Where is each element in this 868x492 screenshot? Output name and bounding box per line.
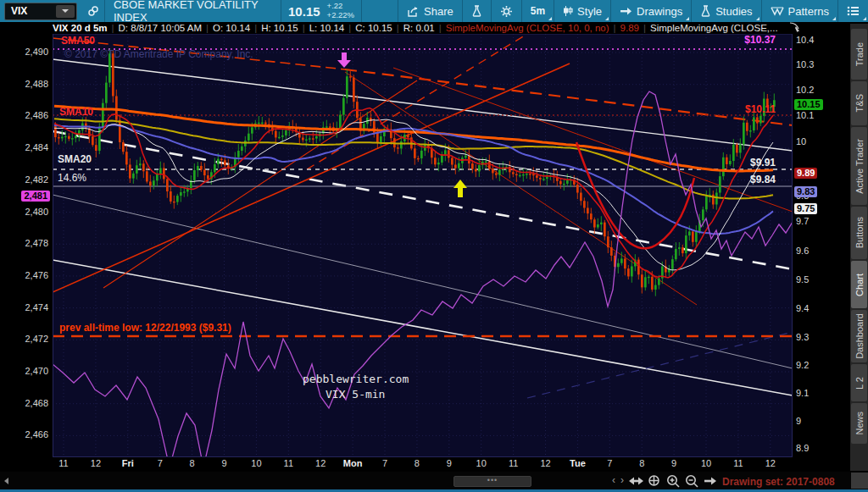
left-price-axis[interactable]: 2,4902,4882,4862,4842,4822,4802,4782,476… [0,34,53,472]
double-arrow-icon[interactable] [629,474,643,489]
time-axis-label: 7 [370,458,400,468]
header-open: O: 10.14 [209,23,254,33]
right-axis-badge: 9.75 [794,203,817,214]
list-menu-button[interactable] [838,0,868,22]
left-axis-tick: 2,486 [25,110,48,120]
left-axis-tick: 2,468 [25,398,48,408]
toolbar: VIX CBOE MARKET VOLATILITY INDEX 10.15 +… [0,0,868,22]
header-high: H: 10.15 [257,23,302,33]
left-axis-tick: 2,482 [25,174,48,185]
quick-study-button[interactable] [463,0,491,22]
share-button[interactable]: Share [398,0,462,22]
divider [361,0,362,22]
right-axis-badge: 9.83 [794,186,817,197]
header-range: R: 0.01 [399,23,439,33]
step-forward-icon[interactable]: › [620,474,624,486]
chart-header: VIX 20 d 5m |D: 8/8/17 10:05 AM |O: 10.1… [0,22,868,34]
pan-icon[interactable] [648,474,660,490]
timeframe-label: 5m [531,5,545,17]
chart-annotation: $9.91 [750,157,776,169]
zoom-out-icon[interactable] [685,474,699,491]
symbol-input[interactable]: VIX [4,3,77,20]
chart-annotation: $10.37 [744,34,776,46]
right-axis-tick: 10.2 [796,85,814,95]
timeframe-button[interactable]: 5m [522,0,554,22]
style-candles-icon [563,5,573,17]
tab-l-2[interactable]: L 2 [851,364,867,401]
time-axis-label: 11 [273,458,303,468]
price-change: +.22 +2.22% [327,2,362,20]
chart-annotation: $10.11 [745,103,776,115]
time-axis-label: 11 [723,458,754,468]
right-axis-tick: 10 [796,136,806,146]
dropdown-corner [832,17,836,20]
chart-annotation: VIX 5-min [326,388,385,401]
time-axis-label: 7 [145,458,175,468]
right-axis-tick: 9.1 [796,388,809,398]
cursor-tracker-icon[interactable] [782,22,800,34]
chart-annotation: 14.6% [58,172,86,184]
header-symbol: VIX 20 d 5m [0,23,112,33]
link-icon[interactable] [82,5,104,17]
step-right-icon[interactable] [704,474,716,489]
settings-button[interactable] [492,0,521,22]
right-axis-tick: 9 [796,416,801,426]
right-axis-tick: 10.4 [796,35,814,45]
drawings-button[interactable]: Drawings [611,0,691,22]
left-axis-tick: 2,478 [25,238,48,248]
tab-dashboard[interactable]: Dashboard [851,310,867,362]
price-plot[interactable]: SMA50© 2017 ©TD Ameritrade IP Company, I… [53,34,793,457]
right-tab-strip: TradeT&SActive TraderButtonsChartDashboa… [850,24,868,471]
time-axis-label: 10 [691,458,721,468]
chart-annotation: SMA20 [58,153,92,165]
studies-button[interactable]: Studies [692,0,760,22]
left-axis-tick: 2,470 [25,366,48,376]
instrument-title: CBOE MARKET VOLATILITY INDEX [105,0,281,22]
dropdown-corner [548,17,552,20]
style-label: Style [577,5,602,18]
time-axis-label: 11 [48,458,79,468]
left-axis-tick: 2,488 [25,79,48,89]
step-back-icon[interactable]: ‹ [612,474,615,486]
patterns-label: Patterns [788,5,829,18]
time-axis-label: 12 [305,458,336,468]
time-axis-label: 8 [626,458,657,468]
scroll-left-icon[interactable] [4,478,8,484]
right-axis-tick: 10.1 [796,110,814,120]
tab-chart[interactable]: Chart [851,261,867,308]
right-axis-tick: 10.3 [796,59,814,69]
dropdown-corner [686,17,689,20]
dropdown-corner [605,17,609,20]
symbol-dropdown-icon[interactable] [56,5,75,18]
right-price-axis[interactable]: 10.410.310.210.1109.89.79.69.59.49.39.29… [793,34,850,472]
last-price: 10.15 [281,4,327,19]
time-axis-label: 9 [209,458,240,468]
right-axis-tick: 8.9 [796,443,809,453]
time-axis[interactable]: 1112Fri789101112Mon789101112Tue789101112 [53,457,793,472]
header-sma2: SimpleMovingAvg (CLOSE,... [646,23,782,33]
tab-active-trader[interactable]: Active Trader [851,127,867,205]
time-axis-label: 12 [531,458,561,468]
time-axis-label: 11 [498,458,529,468]
patterns-button[interactable]: Patterns [762,0,837,22]
right-axis-tick: 9.3 [796,332,809,342]
zoom-in-icon[interactable] [666,474,681,491]
left-axis-tick: 2,466 [25,429,48,439]
chart-annotation: SMA10 [59,106,93,118]
right-axis-badge: 9.89 [794,168,817,179]
tab-t-s[interactable]: T&S [851,81,867,125]
header-sma1-value: 9.89 [616,23,643,33]
tab-news[interactable]: News [851,403,867,444]
right-axis-badge: 10.15 [794,99,823,110]
time-axis-label: 10 [241,458,271,468]
tab-trade[interactable]: Trade [851,29,867,80]
right-axis-tick: 9.6 [796,246,809,256]
scrollbar-thumb[interactable]: ••• [453,476,531,487]
drawing-set-label[interactable]: Drawing set: 2017-0808 [722,476,835,488]
time-axis-label: Mon [337,458,368,468]
resize-grip[interactable] [851,473,868,489]
tab-buttons[interactable]: Buttons [851,207,867,259]
style-button[interactable]: Style [554,0,610,22]
chart-annotation: $9.84 [750,174,776,185]
chart-annotation: SMA50 [61,35,95,47]
